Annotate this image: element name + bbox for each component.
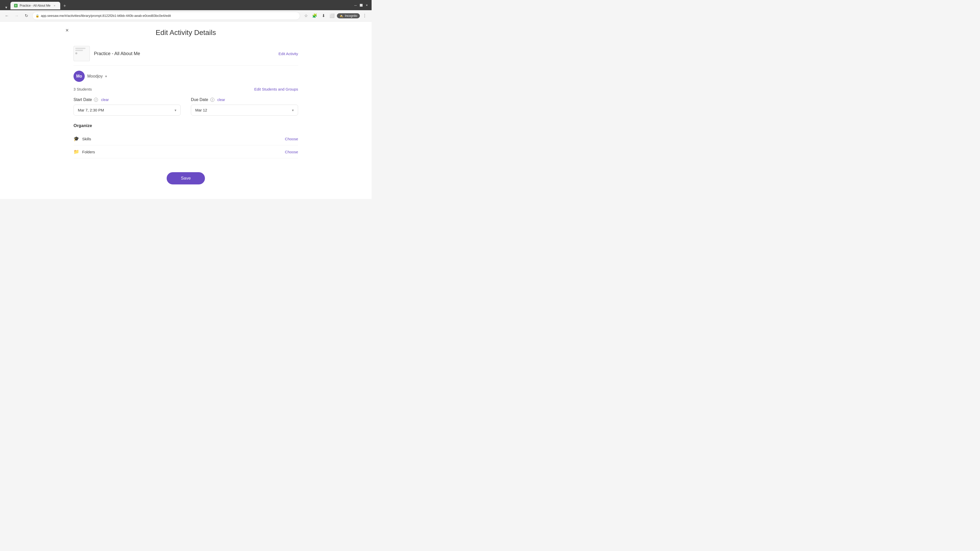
activity-preview: Practice - All About Me (73, 46, 140, 61)
due-date-info-icon[interactable]: i (210, 98, 215, 102)
classroom-selector[interactable]: Mo Moodjoy ▾ (73, 71, 298, 82)
classroom-avatar: Mo (73, 71, 85, 82)
close-window-btn[interactable]: ✕ (365, 3, 369, 7)
url-text: app.seesaw.me/#/activities/library/promp… (41, 14, 297, 17)
lock-icon: 🔒 (35, 14, 39, 17)
folders-row: 📁 Folders Choose (73, 145, 298, 159)
title-bar: ▼ S Practice - All About Me × + — ⬜ ✕ (0, 0, 372, 10)
download-btn[interactable]: ⬇ (320, 12, 327, 20)
tab-favicon: S (14, 4, 18, 7)
close-btn[interactable]: × (63, 27, 71, 34)
tab-close-btn[interactable]: × (52, 3, 57, 8)
incognito-badge: 🕵️ Incognito (337, 13, 360, 18)
folders-choose-link[interactable]: Choose (285, 150, 298, 154)
start-date-value: Mar 7, 2:30 PM (78, 108, 104, 112)
skills-row: 🎓 Skills Choose (73, 132, 298, 145)
layout-btn[interactable]: ⬜ (328, 12, 336, 20)
due-date-picker[interactable]: Mar 12 ▾ (191, 105, 298, 116)
reload-btn[interactable]: ↻ (22, 12, 30, 20)
students-count: 3 Students (73, 87, 92, 91)
start-date-clear[interactable]: clear (101, 98, 109, 102)
extensions-btn[interactable]: 🧩 (311, 12, 318, 20)
due-date-value: Mar 12 (195, 108, 207, 112)
folders-icon: 📁 (73, 149, 79, 155)
classroom-name: Moodjoy (87, 74, 103, 79)
incognito-label: Incognito (345, 14, 357, 17)
start-date-chevron: ▾ (175, 108, 177, 112)
students-row: 3 Students Edit Students and Groups (73, 87, 298, 91)
tab-bar: ▼ S Practice - All About Me × + (3, 1, 352, 10)
incognito-icon: 🕵️ (339, 14, 343, 17)
start-date-field: Start Date i clear Mar 7, 2:30 PM ▾ (73, 97, 181, 116)
browser-chrome: ▼ S Practice - All About Me × + — ⬜ ✕ ← … (0, 0, 372, 21)
skills-icon: 🎓 (73, 136, 79, 141)
folders-row-left: 📁 Folders (73, 149, 95, 155)
active-tab[interactable]: S Practice - All About Me × (11, 2, 60, 10)
organize-section: Organize 🎓 Skills Choose 📁 Folders Choos… (73, 123, 298, 159)
edit-students-link[interactable]: Edit Students and Groups (254, 87, 298, 91)
due-date-field: Due Date i clear Mar 12 ▾ (191, 97, 298, 116)
address-bar[interactable]: 🔒 app.seesaw.me/#/activities/library/pro… (32, 12, 300, 20)
skills-choose-link[interactable]: Choose (285, 137, 298, 141)
due-date-chevron: ▾ (292, 108, 294, 112)
window-controls: — ⬜ ✕ (354, 3, 369, 7)
folders-label: Folders (82, 150, 95, 154)
page-title: Edit Activity Details (73, 21, 298, 42)
start-date-label: Start Date i clear (73, 97, 181, 102)
start-date-picker[interactable]: Mar 7, 2:30 PM ▾ (73, 105, 181, 116)
tab-label: Practice - All About Me (20, 4, 51, 7)
minimize-btn[interactable]: — (354, 3, 357, 7)
new-tab-btn[interactable]: + (61, 2, 68, 10)
save-btn[interactable]: Save (167, 172, 205, 184)
maximize-btn[interactable]: ⬜ (360, 3, 363, 7)
activity-name: Practice - All About Me (94, 51, 140, 56)
due-date-clear[interactable]: clear (218, 98, 225, 102)
menu-btn[interactable]: ⋮ (361, 12, 369, 20)
page-content: × Edit Activity Details Practice - All A… (0, 21, 372, 199)
nav-tools: ☆ 🧩 ⬇ ⬜ 🕵️ Incognito ⋮ (302, 12, 369, 20)
edit-activity-link[interactable]: Edit Activity (278, 52, 298, 56)
bookmark-btn[interactable]: ☆ (302, 12, 310, 20)
activity-header: Practice - All About Me Edit Activity (73, 42, 298, 65)
due-date-label: Due Date i clear (191, 97, 298, 102)
dates-section: Start Date i clear Mar 7, 2:30 PM ▾ Due … (73, 97, 298, 116)
nav-bar: ← → ↻ 🔒 app.seesaw.me/#/activities/libra… (0, 10, 372, 21)
forward-btn[interactable]: → (13, 12, 21, 20)
organize-title: Organize (73, 123, 298, 128)
skills-label: Skills (82, 137, 91, 141)
start-date-info-icon[interactable]: i (94, 98, 98, 102)
modal-overlay: × Edit Activity Details Practice - All A… (63, 21, 308, 199)
activity-thumbnail (73, 46, 90, 61)
skills-row-left: 🎓 Skills (73, 136, 91, 141)
save-section: Save (73, 165, 298, 189)
back-btn[interactable]: ← (3, 12, 11, 20)
tab-dropdown-btn[interactable]: ▼ (3, 6, 10, 10)
classroom-dropdown-arrow: ▾ (105, 74, 107, 78)
